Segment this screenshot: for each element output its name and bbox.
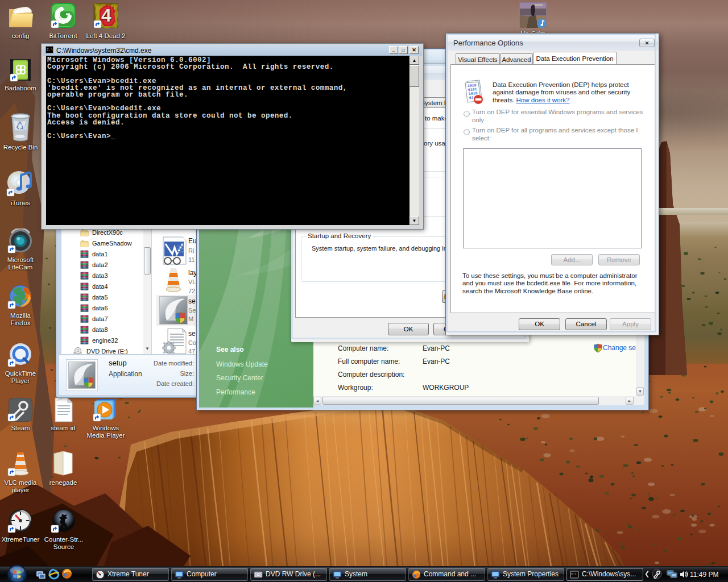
svg-text:4: 4: [101, 5, 111, 26]
svg-text:C:\: C:\: [572, 573, 577, 576]
